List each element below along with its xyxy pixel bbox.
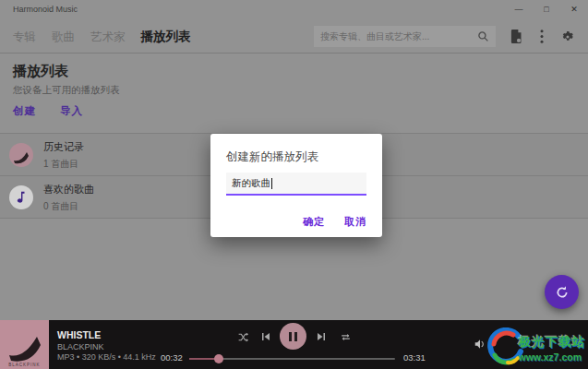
titlebar: Harmonoid Music — □ ✕	[0, 0, 588, 18]
playlist-name-input[interactable]: 新的歌曲	[226, 173, 366, 196]
nav-tabs: 专辑 歌曲 艺术家 播放列表	[13, 29, 191, 45]
track-title: WHISTLE	[57, 329, 101, 340]
playlist-name: 喜欢的歌曲	[43, 183, 94, 196]
cancel-button[interactable]: 取消	[344, 215, 366, 229]
elapsed-time: 00:32	[161, 352, 183, 363]
page-actions: 创建 导入	[13, 104, 83, 118]
seek-slider-thumb[interactable]	[214, 354, 223, 363]
tab-albums[interactable]: 专辑	[13, 30, 36, 45]
site-watermark: 极光下载站 www.xz7.com	[486, 327, 586, 368]
create-playlist-button[interactable]: 创建	[13, 104, 36, 118]
ok-button[interactable]: 确定	[303, 215, 325, 229]
create-playlist-dialog: 创建新的播放列表 新的歌曲 确定 取消	[210, 134, 382, 237]
refresh-icon	[555, 285, 570, 300]
now-playing-bar: BLACKPINK WHISTLE BLACKPINK MP3 • 320 KB…	[0, 320, 588, 369]
playlist-track-count: 1 首曲目	[43, 158, 84, 171]
repeat-icon[interactable]	[340, 331, 352, 343]
playlist-name: 历史记录	[43, 140, 84, 154]
page-subtitle: 您设备上可用的播放列表	[13, 84, 120, 97]
playlist-art-thumbnail	[9, 143, 33, 167]
app-window: Harmonoid Music — □ ✕ 专辑 歌曲 艺术家 播放列表	[0, 0, 588, 369]
playlist-name-value: 新的歌曲	[232, 177, 270, 190]
pause-button[interactable]	[280, 323, 306, 350]
header-divider	[0, 53, 588, 54]
file-music-icon[interactable]	[509, 30, 523, 44]
watermark-site-url: www.xz7.com	[519, 351, 586, 363]
dialog-title: 创建新的播放列表	[226, 149, 318, 165]
minimize-button[interactable]: —	[505, 0, 533, 18]
search-box[interactable]	[314, 26, 496, 47]
window-title: Harmonoid Music	[13, 5, 78, 14]
previous-track-icon[interactable]	[260, 331, 271, 342]
playlist-track-count: 0 首曲目	[43, 200, 94, 213]
track-format-info: MP3 • 320 KB/s • 44.1 kHz	[57, 352, 156, 362]
more-menu-icon[interactable]	[534, 30, 549, 44]
toolbar	[509, 26, 575, 47]
pause-icon	[289, 332, 297, 341]
tab-artists[interactable]: 艺术家	[90, 30, 126, 45]
search-input[interactable]	[320, 31, 477, 42]
next-track-icon[interactable]	[316, 331, 327, 342]
tab-songs[interactable]: 歌曲	[52, 30, 75, 45]
text-caret	[271, 178, 272, 189]
import-playlist-button[interactable]: 导入	[60, 104, 83, 118]
watermark-site-name: 极光下载站	[519, 334, 586, 351]
album-art: BLACKPINK	[0, 320, 49, 369]
shuffle-icon[interactable]	[237, 331, 249, 343]
search-icon[interactable]	[477, 30, 489, 42]
close-button[interactable]: ✕	[560, 0, 588, 18]
tab-playlists[interactable]: 播放列表	[141, 29, 191, 45]
music-note-icon	[9, 185, 33, 209]
dialog-actions: 确定 取消	[303, 215, 366, 229]
album-art-label: BLACKPINK	[0, 363, 49, 367]
window-controls: — □ ✕	[505, 0, 588, 18]
settings-gear-icon[interactable]	[560, 30, 575, 44]
track-artist: BLACKPINK	[57, 342, 104, 351]
refresh-fab[interactable]	[545, 275, 579, 309]
total-duration: 03:31	[403, 352, 426, 363]
maximize-button[interactable]: □	[533, 0, 560, 18]
page-title: 播放列表	[13, 63, 68, 80]
